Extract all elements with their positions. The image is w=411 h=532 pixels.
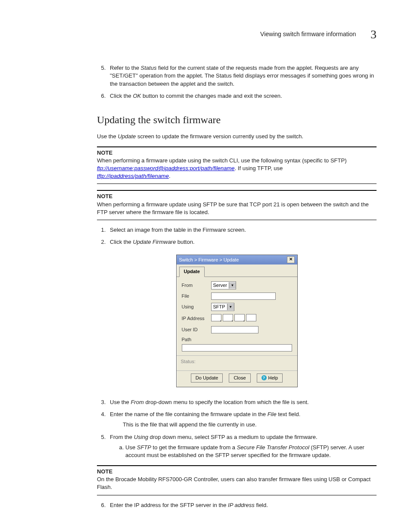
close-label: Close (234, 375, 246, 381)
note-1-line1: When performing a firmware update using … (97, 157, 346, 164)
label-using: Using (182, 304, 211, 310)
step-b2-post: button. (176, 239, 194, 245)
step-c5a-i2: Secure File Transfer Protocol (237, 444, 309, 451)
label-user: User ID (182, 327, 211, 333)
step-c5a-mid: to get the firmware update from a (151, 444, 237, 451)
note-2-body: When performing a firmware update using … (97, 201, 377, 216)
using-value: SFTP (213, 304, 225, 310)
note-1-mid: . If using TFTP, use (235, 165, 283, 171)
chevron-down-icon: ▼ (227, 304, 234, 310)
step-list-d: Enter the IP address for the SFTP server… (97, 501, 377, 509)
chevron-down-icon: ▼ (229, 282, 236, 289)
dialog-tab-row: Update (177, 264, 297, 277)
intro-post: screen to update the firmware version cu… (136, 133, 303, 140)
step-c4-post: text field. (277, 411, 301, 417)
note-3-body: On the Brocade Mobility RFS7000-GR Contr… (97, 476, 377, 491)
status-label: Status: (181, 359, 196, 364)
help-button[interactable]: ?Help (257, 373, 283, 383)
intro-pre: Use the (97, 133, 118, 140)
step-c4-pre: Enter the name of the file containing th… (110, 411, 268, 417)
step-c3-pre: Use the (110, 399, 131, 405)
step-c5-pre: From the (110, 434, 134, 440)
ip-address-input[interactable]: ... (211, 314, 256, 323)
dialog-form: From Server ▼ File Using SFTP ▼ (177, 277, 297, 355)
chapter-number: 3 (371, 26, 377, 43)
label-file: File (182, 293, 211, 299)
step-d6-pre: Enter the IP address for the SFTP server… (110, 502, 228, 508)
step-list-b: Select an image from the table in the Fi… (97, 226, 377, 246)
close-icon[interactable]: ✕ (287, 256, 295, 263)
from-value: Server (213, 282, 227, 289)
step-6: Click the OK button to commit the change… (107, 92, 377, 100)
step-6-text-post: button to commit the changes made and ex… (141, 93, 282, 99)
do-update-button[interactable]: Do Update (191, 373, 223, 383)
dialog-button-row: Do Update Close ?Help (177, 370, 297, 387)
label-path: Path (182, 336, 211, 343)
step-b2-pre: Click the (110, 239, 133, 245)
intro-paragraph: Use the Update screen to update the firm… (97, 133, 377, 140)
status-row: Status: (177, 355, 297, 370)
note-3: NOTE On the Brocade Mobility RFS7000-GR … (97, 465, 377, 495)
path-input[interactable] (182, 344, 292, 352)
note-2-label: NOTE (97, 193, 377, 200)
step-6-text-pre: Click the (110, 93, 133, 99)
main-content: Refer to the Status field for the curren… (97, 64, 377, 509)
step-6-italic: OK (133, 93, 141, 99)
step-list-c: Use the From drop-down menu to specify t… (97, 398, 377, 459)
step-c5a-i1: SFTP (137, 444, 151, 451)
do-update-label: Do Update (196, 375, 218, 381)
label-ip: IP Address (182, 315, 211, 322)
step-c4: Enter the name of the file containing th… (107, 411, 377, 429)
note-1-body: When performing a firmware update using … (97, 157, 377, 180)
user-id-input[interactable] (211, 326, 258, 333)
step-d6: Enter the IP address for the SFTP server… (107, 501, 377, 509)
note-1-end: . (169, 173, 171, 179)
intro-italic: Update (118, 133, 136, 140)
step-c3-post: drop-down menu to specify the location f… (144, 399, 309, 405)
from-select[interactable]: Server ▼ (211, 281, 236, 289)
step-c5a: Use SFTP to get the firmware update from… (125, 444, 377, 459)
section-heading: Updating the switch firmware (97, 113, 377, 128)
dialog-figure: Switch > Firmware > Update ✕ Update From… (97, 255, 377, 387)
note-1-label: NOTE (97, 149, 377, 157)
update-dialog: Switch > Firmware > Update ✕ Update From… (176, 255, 298, 387)
tab-update[interactable]: Update (179, 267, 205, 277)
step-b2-italic: Update Firmware (133, 239, 176, 245)
step-5: Refer to the Status field for the curren… (107, 64, 377, 88)
note-1-link-1[interactable]: ftp://username:password@ipaddress:port/p… (97, 165, 235, 171)
step-c3: Use the From drop-down menu to specify t… (107, 398, 377, 406)
file-input[interactable] (211, 292, 276, 300)
step-c3-italic: From (131, 399, 143, 405)
step-list-top: Refer to the Status field for the curren… (97, 64, 377, 100)
dialog-title: Switch > Firmware > Update (179, 257, 239, 263)
step-c5a-pre: Use (125, 444, 137, 451)
step-5-text-pre: Refer to the (110, 65, 141, 71)
note-2: NOTE When performing a firmware update u… (97, 190, 377, 220)
step-c4-italic: File (268, 411, 277, 417)
using-select[interactable]: SFTP ▼ (211, 303, 234, 311)
step-c5: From the Using drop down menu, select SF… (107, 433, 377, 460)
help-icon: ? (262, 375, 267, 380)
step-d6-post: field. (255, 502, 268, 508)
note-3-label: NOTE (97, 468, 377, 476)
label-from: From (182, 282, 211, 289)
step-c4-sub: This is the file that will append the fi… (123, 421, 377, 429)
page-header: Viewing switch firmware information 3 (34, 26, 377, 43)
close-button[interactable]: Close (229, 373, 250, 383)
step-c5-italic: Using (134, 434, 148, 440)
step-b1: Select an image from the table in the Fi… (107, 226, 377, 234)
note-1-link-2[interactable]: tftp://ipaddress/path/filename (97, 173, 169, 179)
step-5-italic: Status (141, 65, 157, 71)
help-label: Help (268, 375, 278, 381)
step-c5-post: drop down menu, select SFTP as a medium … (148, 434, 318, 440)
step-d6-italic: IP address (228, 502, 255, 508)
step-c5-sublist: Use SFTP to get the firmware update from… (110, 444, 377, 459)
dialog-titlebar: Switch > Firmware > Update ✕ (177, 255, 297, 264)
step-b2: Click the Update Firmware button. (107, 238, 377, 246)
note-1: NOTE When performing a firmware update u… (97, 146, 377, 184)
header-title: Viewing switch firmware information (260, 30, 356, 39)
